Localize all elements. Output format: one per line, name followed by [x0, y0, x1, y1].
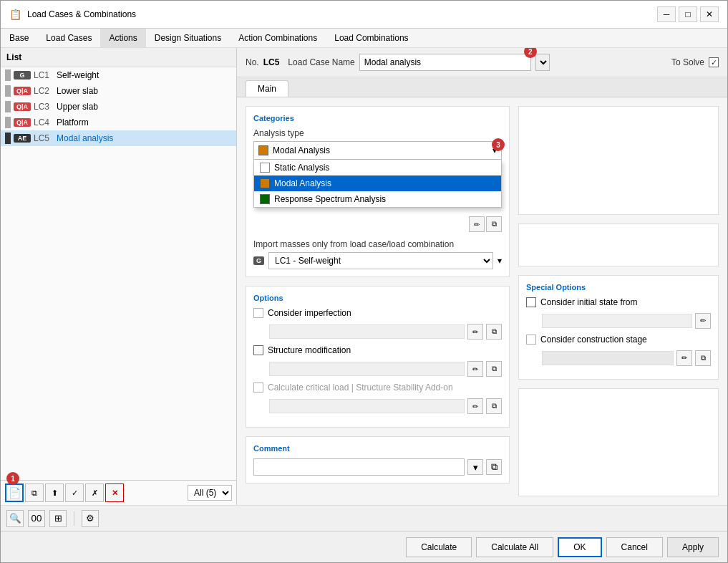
lc-color-stripe: [5, 101, 11, 112]
consider-imperfection-input-row: ✏ ⧉: [253, 324, 502, 340]
import-dropdown[interactable]: LC1 - Self-weight: [268, 252, 493, 269]
maximize-button[interactable]: □: [679, 6, 697, 22]
left-panel: List G LC1 Self-weight Q|A LC2 Lower sla…: [1, 48, 237, 505]
special-options-section: Special Options Consider initial state f…: [518, 275, 719, 380]
right-panel: No. LC5 Load Case Name 2 To Solve: [237, 48, 727, 505]
minimize-button[interactable]: ─: [657, 6, 676, 22]
copy-button[interactable]: ⧉: [25, 483, 44, 502]
dropdown-arrow-2: ▾: [498, 256, 502, 266]
list-footer: 📄 ⧉ ⬆ ✓ ✗ ✕ All (5: [1, 480, 236, 505]
load-case-name-group: Load Case Name 2: [288, 54, 549, 71]
list-item-selected[interactable]: AE LC5 Modal analysis: [1, 130, 236, 146]
load-case-name-label: Load Case Name: [288, 57, 354, 67]
no-label: No.: [246, 57, 259, 67]
structure-modification-checkbox[interactable]: [253, 345, 263, 355]
menu-load-combinations[interactable]: Load Combinations: [326, 29, 417, 47]
add-item-button[interactable]: 📄: [5, 483, 24, 502]
consider-construction-checkbox[interactable]: [526, 335, 536, 345]
settings-status-btn[interactable]: ⚙: [82, 510, 99, 527]
imp-copy-btn[interactable]: ⧉: [486, 324, 502, 340]
comment-title: Comment: [253, 444, 502, 453]
to-solve-checkbox[interactable]: [709, 57, 719, 67]
ok-button[interactable]: OK: [558, 537, 601, 557]
cs-edit-btn[interactable]: ✏: [676, 350, 692, 366]
calculate-critical-checkbox[interactable]: [253, 382, 263, 393]
no-value: LC5: [263, 57, 280, 67]
option-modal-analysis[interactable]: Modal Analysis: [254, 175, 501, 191]
top-form: No. LC5 Load Case Name 2 To Solve: [237, 48, 727, 77]
lc-badge: G: [14, 71, 31, 80]
menu-design-situations[interactable]: Design Situations: [146, 29, 230, 47]
lc-number-group: No. LC5: [246, 57, 279, 67]
calculate-all-button[interactable]: Calculate All: [476, 537, 553, 557]
list-item[interactable]: G LC1 Self-weight: [1, 67, 236, 83]
uncheck-button[interactable]: ✗: [85, 483, 104, 502]
copy-icon-btn[interactable]: ⧉: [486, 216, 502, 232]
modal-analysis-color: [260, 178, 270, 188]
edit-icon-btn[interactable]: ✏: [469, 216, 485, 232]
imp-edit-btn[interactable]: ✏: [467, 324, 483, 340]
menu-actions[interactable]: Actions: [100, 29, 145, 47]
menu-load-cases[interactable]: Load Cases: [37, 29, 100, 47]
consider-imperfection-checkbox[interactable]: [253, 308, 263, 318]
settings-icon: ⚙: [86, 513, 94, 524]
lc-badge: Q|A: [14, 102, 31, 111]
title-controls: ─ □ ✕: [657, 6, 719, 22]
left-section: Categories Analysis type 3 Modal Analysi…: [246, 106, 510, 496]
comment-copy-btn[interactable]: ⧉: [486, 459, 502, 475]
consider-imperfection-label: Consider imperfection: [268, 308, 351, 318]
consider-initial-state-checkbox[interactable]: [526, 297, 536, 307]
comment-input[interactable]: [253, 458, 465, 476]
option-static-analysis[interactable]: Static Analysis: [254, 160, 501, 175]
lc-name: Lower slab: [57, 86, 98, 96]
g-badge: G: [253, 256, 264, 265]
close-button[interactable]: ✕: [700, 6, 719, 22]
list-item[interactable]: Q|A LC2 Lower slab: [1, 83, 236, 99]
static-analysis-label: Static Analysis: [274, 163, 329, 173]
right-mid-panel: [518, 223, 719, 266]
calculate-button[interactable]: Calculate: [406, 537, 472, 557]
bottom-bar: Calculate Calculate All OK Cancel Apply: [1, 531, 727, 562]
analysis-type-dropdown-btn[interactable]: Modal Analysis ▾: [253, 141, 502, 160]
move-up-button[interactable]: ⬆: [45, 483, 64, 502]
comment-row: ▾ ⧉: [253, 458, 502, 476]
load-case-name-dropdown[interactable]: [535, 54, 550, 71]
cs-copy-btn[interactable]: ⧉: [695, 350, 711, 366]
comment-btn[interactable]: ▾: [467, 459, 483, 475]
calculate-critical-label: Calculate critical load | Structure Stab…: [268, 382, 453, 393]
consider-initial-state-row: Consider initial state from: [526, 297, 711, 307]
consider-construction-field: [542, 351, 674, 365]
cc-copy-btn[interactable]: ⧉: [486, 398, 502, 414]
check-button[interactable]: ✓: [65, 483, 84, 502]
list-item[interactable]: Q|A LC4 Platform: [1, 115, 236, 130]
grid-status-btn[interactable]: ⊞: [49, 510, 67, 527]
option-response-spectrum[interactable]: Response Spectrum Analysis: [254, 191, 501, 207]
lc-badge: AE: [14, 134, 31, 143]
tab-bar: Main: [237, 77, 727, 97]
menu-base[interactable]: Base: [1, 29, 37, 47]
tab-main[interactable]: Main: [246, 80, 288, 97]
apply-button[interactable]: Apply: [667, 537, 719, 557]
menu-action-combinations[interactable]: Action Combinations: [230, 29, 326, 47]
calculate-critical-input-row: ✏ ⧉: [253, 398, 502, 414]
all-dropdown[interactable]: All (5): [188, 485, 232, 501]
sm-edit-btn[interactable]: ✏: [467, 361, 483, 377]
move-up-icon: ⬆: [52, 489, 58, 498]
search-status-btn[interactable]: 🔍: [6, 510, 24, 527]
sm-copy-btn[interactable]: ⧉: [486, 361, 502, 377]
structure-modification-label: Structure modification: [268, 345, 351, 355]
response-spectrum-label: Response Spectrum Analysis: [274, 194, 386, 204]
consider-imperfection-field: [269, 324, 465, 339]
static-analysis-color: [260, 163, 270, 173]
delete-button[interactable]: ✕: [105, 483, 124, 502]
analysis-type-color: [258, 145, 268, 155]
main-content: List G LC1 Self-weight Q|A LC2 Lower sla…: [1, 48, 727, 505]
data-status-btn[interactable]: 00: [28, 510, 45, 527]
list-item[interactable]: Q|A LC3 Upper slab: [1, 99, 236, 115]
cc-edit-btn[interactable]: ✏: [467, 398, 483, 414]
lc-num: LC1: [34, 70, 54, 80]
is-btn[interactable]: ✏: [695, 313, 711, 329]
cancel-button[interactable]: Cancel: [606, 537, 663, 557]
add-icon: 📄: [9, 487, 21, 499]
load-case-name-input[interactable]: [359, 54, 531, 71]
